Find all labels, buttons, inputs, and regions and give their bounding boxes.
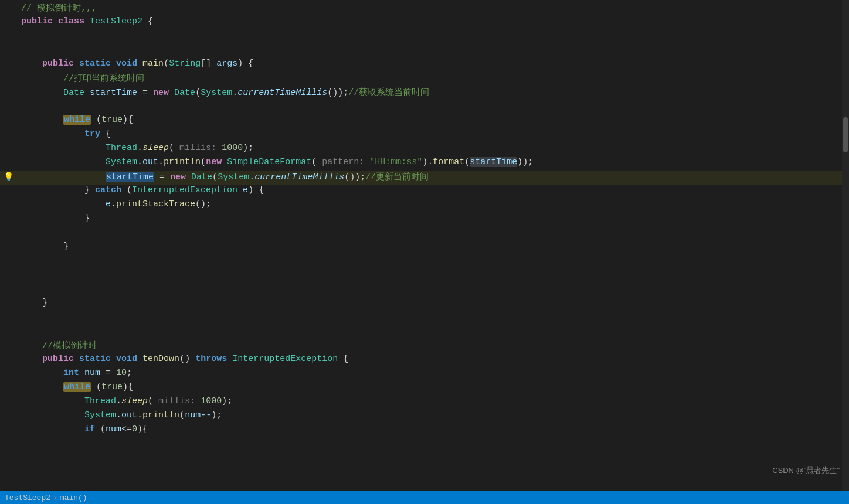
line-while2: while (true){ [0, 382, 849, 396]
line-blank-5 [0, 256, 849, 270]
line-try: try { [0, 129, 849, 143]
line-int-decl: int num = 10; [0, 368, 849, 382]
line-text: public class TestSleep2 { [16, 16, 849, 26]
comment-countdown: //模拟倒计时 [42, 341, 97, 351]
type-date3: Date [191, 172, 212, 182]
gutter-bulb: 💡 [0, 172, 16, 182]
line-main-method: public static void main(String[] args) { [0, 59, 849, 73]
var-starttime: startTime [90, 88, 137, 98]
kw-public2: public [42, 354, 74, 364]
kw-throws: throws [195, 354, 227, 364]
line-text: //打印当前系统时间 [16, 73, 849, 84]
line-close-method: } [0, 298, 849, 312]
breadcrumb-method: main() [60, 493, 87, 502]
type-system4: System [84, 410, 116, 420]
var-e2: e [106, 199, 111, 209]
line-text: e.printStackTrace(); [16, 199, 849, 209]
kw-static2: static [79, 354, 111, 364]
csdn-watermark: CSDN @"愚者先生" [772, 465, 840, 476]
var-num: num [84, 368, 100, 378]
line-text: // 模拟倒计时,,, [16, 2, 849, 13]
type-thread2: Thread [84, 396, 116, 406]
scrollbar-thumb[interactable] [843, 117, 848, 152]
line-text: System.out.println(num--); [16, 410, 849, 420]
line-text: public static void main(String[] args) { [16, 59, 849, 69]
kw-catch: catch [95, 185, 121, 195]
breadcrumb-file: TestSleep2 [5, 493, 50, 502]
line-blank-6 [0, 270, 849, 284]
status-bar: TestSleep2 › main() [0, 491, 849, 504]
breadcrumb: TestSleep2 › main() [5, 493, 87, 502]
line-starttime-update: 💡 startTime = new Date(System.currentTim… [0, 171, 849, 185]
line-text: Date startTime = new Date(System.current… [16, 87, 849, 98]
breadcrumb-sep: › [53, 493, 57, 502]
line-text: int num = 10; [16, 368, 849, 378]
line-close-catch: } [0, 213, 849, 227]
line-text: if (num<=0){ [16, 424, 849, 434]
field-out2: out [121, 410, 137, 420]
var-num2: num-- [185, 410, 211, 420]
method-println2: println [142, 410, 179, 420]
scrollbar[interactable] [842, 0, 849, 492]
kw-new: new [153, 88, 169, 98]
line-close-while1: } [0, 241, 849, 256]
type-system3: System [218, 172, 249, 182]
line-catch: } catch (InterruptedException e) { [0, 185, 849, 199]
keyword-while2: while [63, 382, 91, 392]
line-text: Thread.sleep( millis: 1000); [16, 143, 849, 153]
comment-print-time: //打印当前系统时间 [63, 74, 144, 84]
line-system-println1: System.out.println(new SimpleDateFormat(… [0, 157, 849, 171]
num-1000-1: 1000 [222, 143, 243, 153]
var-starttime-ref: startTime [470, 157, 517, 167]
hint-millis1: millis: [179, 143, 216, 153]
line-text [16, 256, 849, 265]
line-text: } [16, 213, 849, 223]
type-date2: Date [174, 88, 195, 98]
line-text: System.out.println(new SimpleDateFormat(… [16, 157, 849, 167]
hint-millis2: millis: [158, 396, 195, 406]
bool-true2: true [101, 382, 123, 392]
kw-int: int [63, 368, 79, 378]
bulb-icon[interactable]: 💡 [4, 172, 13, 182]
type-string: String [169, 59, 201, 69]
line-text [16, 45, 849, 55]
kw-void2: void [116, 354, 137, 364]
line-blank-7 [0, 284, 849, 298]
line-if-stmt: if (num<=0){ [0, 424, 849, 438]
var-num3: num [106, 424, 121, 434]
line-print-stack: e.printStackTrace(); [0, 199, 849, 213]
line-text [16, 326, 849, 336]
line-text: } catch (InterruptedException e) { [16, 185, 849, 195]
line-system-println2: System.out.println(num--); [0, 410, 849, 424]
line-comment-2: //打印当前系统时间 [0, 73, 849, 87]
hint-pattern: pattern: [322, 157, 364, 167]
method-main: main [142, 59, 164, 69]
method-format: format [433, 157, 464, 167]
line-blank-3 [0, 101, 849, 115]
field-out: out [142, 157, 158, 167]
kw-new3: new [170, 172, 186, 182]
kw-static: static [79, 59, 111, 69]
line-text: Thread.sleep( millis: 1000); [16, 396, 849, 406]
line-text [16, 312, 849, 322]
line-comment-countdown: //模拟倒计时 [0, 340, 849, 354]
line-text: } [16, 298, 849, 308]
num-0: 0 [132, 424, 137, 434]
line-date-decl: Date startTime = new Date(System.current… [0, 87, 849, 101]
line-text [16, 30, 849, 40]
method-ctm: currentTimeMillis [237, 88, 327, 98]
line-text: try { [16, 129, 849, 139]
line-while1: while (true){ [0, 115, 849, 129]
line-text [16, 227, 849, 237]
class-name: TestSleep2 [90, 16, 142, 26]
line-thread-sleep2: Thread.sleep( millis: 1000); [0, 396, 849, 410]
comment-text: // 模拟倒计时,,, [21, 4, 97, 13]
line-text [16, 284, 849, 294]
method-sleep2: sleep [121, 396, 148, 406]
kw-try: try [84, 129, 100, 139]
bool-true1: true [101, 115, 123, 125]
line-comment-1: // 模拟倒计时,,, [0, 2, 849, 16]
editor-container: // 模拟倒计时,,, public class TestSleep2 { pu… [0, 0, 849, 492]
param-args: args [216, 59, 237, 69]
line-tendown-method: public static void tenDown() throws Inte… [0, 354, 849, 368]
